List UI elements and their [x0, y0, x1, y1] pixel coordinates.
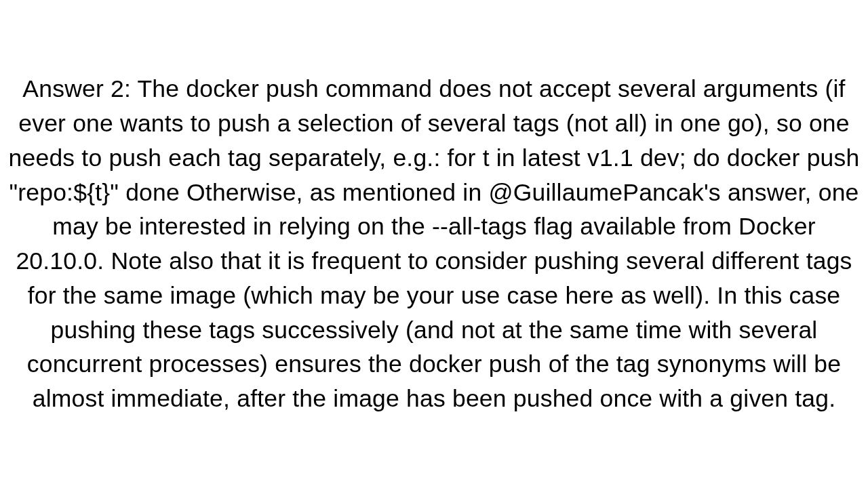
- answer-text: Answer 2: The docker push command does n…: [8, 72, 860, 416]
- document-container: Answer 2: The docker push command does n…: [0, 0, 868, 488]
